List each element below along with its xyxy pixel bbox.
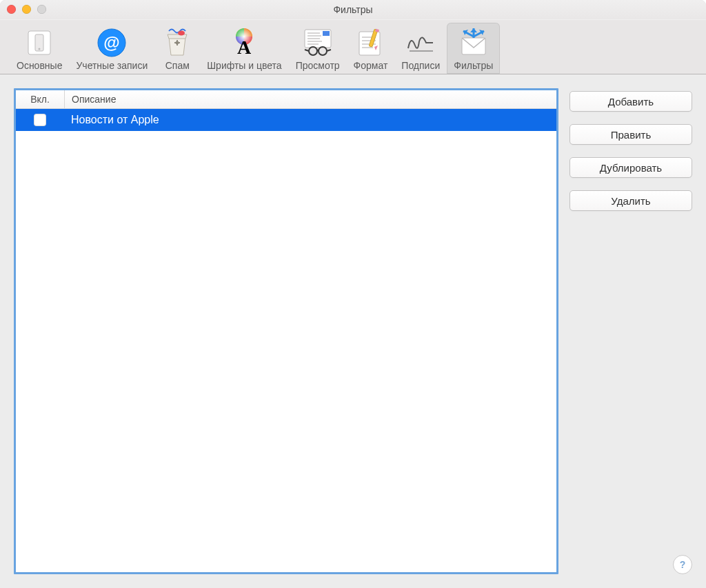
tab-accounts[interactable]: @ Учетные записи <box>69 23 154 74</box>
close-icon[interactable] <box>7 5 16 14</box>
viewing-icon <box>302 27 334 59</box>
signatures-icon <box>405 27 436 59</box>
svg-text:A: A <box>237 37 252 58</box>
remove-button[interactable]: Удалить <box>569 190 692 211</box>
titlebar: Фильтры <box>0 0 706 20</box>
svg-text:@: @ <box>104 33 120 52</box>
tab-signatures[interactable]: Подписи <box>394 23 447 74</box>
column-description[interactable]: Описание <box>65 90 556 108</box>
duplicate-button[interactable]: Дублировать <box>569 157 692 178</box>
column-enabled[interactable]: Вкл. <box>16 90 65 108</box>
tab-junk[interactable]: Спам <box>154 23 200 74</box>
tab-label: Фильтры <box>454 60 493 71</box>
tab-label: Учетные записи <box>76 60 148 71</box>
preferences-window: Фильтры Основные @ Учетны <box>0 0 706 588</box>
tab-general[interactable]: Основные <box>10 23 69 74</box>
rules-icon <box>458 27 490 59</box>
tab-rules[interactable]: Фильтры <box>447 23 500 74</box>
list-item[interactable]: Новости от Apple <box>16 109 556 131</box>
tab-label: Шрифты и цвета <box>207 60 281 71</box>
minimize-icon[interactable] <box>22 5 31 14</box>
svg-point-2 <box>39 48 41 50</box>
rules-list-header: Вкл. Описание <box>16 90 556 109</box>
checkbox[interactable] <box>34 114 46 126</box>
add-button[interactable]: Добавить <box>569 91 692 112</box>
cell-description: Новости от Apple <box>64 114 556 126</box>
svg-point-6 <box>178 31 185 36</box>
svg-rect-12 <box>323 31 330 36</box>
rules-list-body[interactable]: Новости от Apple <box>16 109 556 572</box>
content-area: Вкл. Описание Новости от Apple Добавить … <box>0 74 706 588</box>
edit-button[interactable]: Править <box>569 124 692 145</box>
cell-enabled <box>16 114 64 126</box>
fonts-colors-icon: A <box>228 27 260 59</box>
tab-label: Спам <box>165 60 190 71</box>
window-title: Фильтры <box>333 4 372 15</box>
junk-icon <box>161 27 193 59</box>
tab-label: Основные <box>17 60 62 71</box>
tab-label: Просмотр <box>296 60 340 71</box>
tab-viewing[interactable]: Просмотр <box>289 23 347 74</box>
rules-list[interactable]: Вкл. Описание Новости от Apple <box>14 88 558 574</box>
zoom-icon[interactable] <box>37 5 46 14</box>
tab-fonts-colors[interactable]: A Шрифты и цвета <box>200 23 288 74</box>
tab-composing[interactable]: Формат <box>347 23 395 74</box>
svg-point-13 <box>309 47 317 55</box>
tab-label: Формат <box>354 60 388 71</box>
svg-point-14 <box>319 47 327 55</box>
window-controls <box>7 5 46 14</box>
accounts-icon: @ <box>96 27 128 59</box>
tab-label: Подписи <box>401 60 440 71</box>
preferences-toolbar: Основные @ Учетные записи <box>0 20 706 74</box>
action-buttons: Добавить Править Дублировать Удалить <box>569 88 692 574</box>
general-icon <box>23 27 55 59</box>
help-button[interactable]: ? <box>673 555 692 574</box>
composing-icon <box>354 27 386 59</box>
